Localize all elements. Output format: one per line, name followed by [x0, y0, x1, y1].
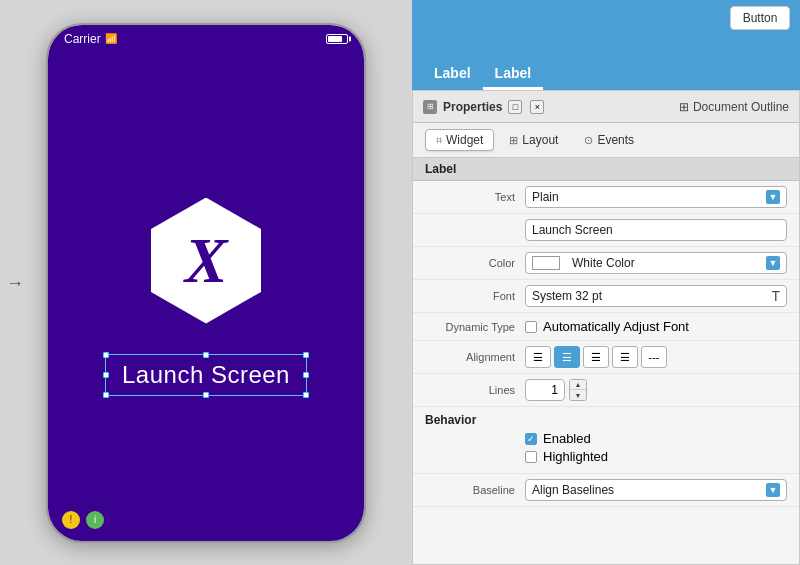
warning-icon[interactable]: !: [62, 511, 80, 529]
handle-tr[interactable]: [303, 352, 309, 358]
color-dropdown[interactable]: White Color ▼: [525, 252, 787, 274]
baseline-value-text: Align Baselines: [532, 483, 614, 497]
font-value: System 32 pt: [532, 289, 602, 303]
color-arrow: ▼: [766, 256, 780, 270]
text-value-row: [413, 214, 799, 247]
font-row: Font System 32 pt T: [413, 280, 799, 313]
handle-ml[interactable]: [103, 372, 109, 378]
dynamic-type-checkbox[interactable]: [525, 321, 537, 333]
info-icon[interactable]: i: [86, 511, 104, 529]
align-left-btn[interactable]: ☰: [525, 346, 551, 368]
phone-bottom-icons: ! i: [62, 511, 104, 529]
handle-bl[interactable]: [103, 392, 109, 398]
events-icon: ⊙: [584, 134, 593, 147]
font-prop-label: Font: [425, 290, 525, 302]
panel-controls: □ ×: [508, 100, 544, 114]
carrier-label: Carrier 📶: [64, 32, 117, 46]
text-type-value: Plain: [532, 190, 559, 204]
props-content: Label Text Plain ▼ Colo: [413, 158, 799, 564]
highlighted-item: Highlighted: [425, 449, 787, 464]
handle-mr[interactable]: [303, 372, 309, 378]
text-type-arrow: ▼: [766, 190, 780, 204]
stepper-down[interactable]: ▼: [570, 390, 586, 400]
baseline-label: Baseline: [425, 484, 525, 496]
wifi-icon: 📶: [105, 33, 117, 44]
dynamic-type-text: Automatically Adjust Font: [543, 319, 689, 334]
top-tabs-area: Button Label Label: [412, 0, 800, 90]
lines-label: Lines: [425, 384, 525, 396]
font-T-icon: T: [771, 288, 780, 304]
tab-layout[interactable]: ⊞ Layout: [498, 129, 569, 151]
dynamic-type-checkbox-row: Automatically Adjust Font: [525, 319, 689, 334]
text-type-dropdown[interactable]: Plain ▼: [525, 186, 787, 208]
handle-tl[interactable]: [103, 352, 109, 358]
color-value: White Color: [572, 256, 635, 270]
battery-icon: [326, 34, 348, 44]
lines-stepper: ▲ ▼: [569, 379, 587, 401]
align-dashes-btn[interactable]: ---: [641, 346, 667, 368]
widget-icon: ⌗: [436, 134, 442, 147]
alignment-value: ☰ ☰ ☰ ☰ ---: [525, 346, 787, 368]
baseline-value: Align Baselines ▼: [525, 479, 787, 501]
doc-outline-section[interactable]: ⊞ Document Outline: [679, 100, 789, 114]
hex-x-letter: X: [185, 229, 228, 293]
hexagon-shape: X: [151, 198, 261, 324]
status-right: [326, 34, 348, 44]
highlighted-label: Highlighted: [543, 449, 608, 464]
handle-tm[interactable]: [203, 352, 209, 358]
enabled-label: Enabled: [543, 431, 591, 446]
tab-label-1[interactable]: Label: [422, 59, 483, 90]
tab-widget[interactable]: ⌗ Widget: [425, 129, 494, 151]
color-swatch: [532, 256, 560, 270]
phone-frame: Carrier 📶 X: [46, 23, 366, 543]
lines-row: Lines ▲ ▼: [413, 374, 799, 407]
enabled-checkbox[interactable]: ✓: [525, 433, 537, 445]
baseline-arrow: ▼: [766, 483, 780, 497]
stepper-up[interactable]: ▲: [570, 380, 586, 390]
arrow-icon: →: [6, 272, 24, 293]
color-prop-label: Color: [425, 257, 525, 269]
text-row: Text Plain ▼: [413, 181, 799, 214]
layout-icon: ⊞: [509, 134, 518, 147]
top-button-area: Button: [412, 0, 800, 34]
sub-tabs: ⌗ Widget ⊞ Layout ⊙ Events: [413, 123, 799, 158]
baseline-dropdown[interactable]: Align Baselines ▼: [525, 479, 787, 501]
font-field[interactable]: System 32 pt T: [525, 285, 787, 307]
hex-logo: X: [151, 198, 261, 324]
dynamic-type-value: Automatically Adjust Font: [525, 319, 787, 334]
handle-bm[interactable]: [203, 392, 209, 398]
alignment-label: Alignment: [425, 351, 525, 363]
align-justify-btn[interactable]: ☰: [612, 346, 638, 368]
simulator-panel: → Carrier 📶 X: [0, 0, 412, 565]
doc-outline-label: Document Outline: [693, 100, 789, 114]
right-panel: Button Label Label ⊞ Properties □ × ⊞ Do…: [412, 0, 800, 565]
close-button[interactable]: ×: [530, 100, 544, 114]
tab-label-2[interactable]: Label: [483, 59, 544, 90]
tab-events[interactable]: ⊙ Events: [573, 129, 645, 151]
highlighted-checkbox[interactable]: [525, 451, 537, 463]
text-input[interactable]: [525, 219, 787, 241]
minimize-button[interactable]: □: [508, 100, 522, 114]
lines-value: ▲ ▼: [525, 379, 787, 401]
text-prop-value: Plain ▼: [525, 186, 787, 208]
alignment-row: Alignment ☰ ☰ ☰ ☰ ---: [413, 341, 799, 374]
status-bar: Carrier 📶: [48, 25, 364, 53]
handle-br[interactable]: [303, 392, 309, 398]
panel-header-left: ⊞ Properties □ ×: [423, 100, 544, 114]
text-prop-label: Text: [425, 191, 525, 203]
launch-screen-label: Launch Screen: [122, 361, 290, 389]
align-right-btn[interactable]: ☰: [583, 346, 609, 368]
lines-input[interactable]: [525, 379, 565, 401]
doc-outline-icon: ⊞: [679, 100, 689, 114]
alignment-buttons: ☰ ☰ ☰ ☰ ---: [525, 346, 667, 368]
font-prop-value: System 32 pt T: [525, 285, 787, 307]
launch-label-selected[interactable]: Launch Screen: [105, 354, 307, 396]
properties-icon: ⊞: [423, 100, 437, 114]
align-center-btn[interactable]: ☰: [554, 346, 580, 368]
phone-content: X Launch Screen ! i: [48, 53, 364, 541]
panel-header: ⊞ Properties □ × ⊞ Document Outline: [413, 91, 799, 123]
button-element: Button: [730, 6, 790, 30]
baseline-row: Baseline Align Baselines ▼: [413, 474, 799, 507]
color-prop-value: White Color ▼: [525, 252, 787, 274]
properties-title: Properties: [443, 100, 502, 114]
